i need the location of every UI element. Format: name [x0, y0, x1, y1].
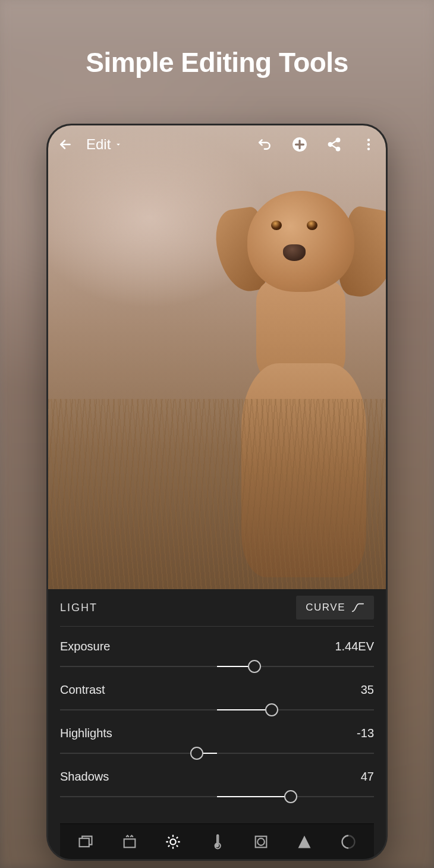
svg-point-5 [367, 143, 370, 146]
slider-track[interactable] [60, 790, 374, 804]
presets-tool[interactable] [73, 829, 99, 855]
sliders-list: Exposure1.44EVContrast35Highlights-13Sha… [60, 627, 374, 807]
undo-button[interactable] [256, 136, 274, 153]
slider-value: 35 [361, 683, 374, 697]
slider-contrast: Contrast35 [60, 677, 374, 721]
effects-tool[interactable] [248, 829, 274, 855]
svg-point-12 [257, 838, 265, 845]
slider-label: Shadows [60, 770, 109, 784]
slider-value: 1.44EV [335, 640, 374, 653]
panel-title: LIGHT [60, 602, 98, 614]
presets-icon [77, 834, 94, 850]
slider-exposure: Exposure1.44EV [60, 634, 374, 677]
slider-label: Exposure [60, 640, 111, 653]
light-panel: LIGHT CURVE Exposure1.44EVContrast35High… [48, 589, 386, 859]
detail-icon [296, 834, 313, 850]
more-button[interactable] [360, 136, 378, 153]
slider-thumb[interactable] [265, 703, 278, 716]
detail-tool[interactable] [291, 829, 317, 855]
svg-point-4 [367, 139, 370, 141]
light-tool[interactable] [160, 829, 186, 855]
phone-frame: Edit [46, 124, 388, 861]
share-button[interactable] [325, 136, 343, 153]
photo-preview[interactable] [48, 125, 386, 589]
optics-icon [340, 834, 357, 850]
slider-thumb[interactable] [284, 790, 297, 803]
optics-tool[interactable] [335, 829, 361, 855]
svg-point-10 [216, 844, 219, 847]
slider-shadows: Shadows47 [60, 764, 374, 807]
slider-value: -13 [357, 727, 374, 740]
healing-tool[interactable] [117, 829, 143, 855]
mode-label: Edit [86, 136, 111, 153]
slider-label: Contrast [60, 683, 105, 697]
editor-topbar: Edit [48, 125, 386, 163]
light-icon [165, 834, 181, 850]
bottom-toolbar [60, 823, 374, 859]
healing-icon [121, 834, 138, 850]
slider-label: Highlights [60, 727, 112, 740]
slider-thumb[interactable] [248, 660, 261, 673]
slider-highlights: Highlights-13 [60, 721, 374, 764]
svg-rect-8 [124, 839, 135, 847]
back-button[interactable] [56, 136, 74, 153]
svg-rect-7 [79, 838, 89, 847]
color-temp-icon [209, 834, 225, 850]
curve-label: CURVE [306, 602, 345, 614]
svg-point-9 [171, 839, 176, 844]
curve-button[interactable]: CURVE [296, 596, 374, 619]
slider-track[interactable] [60, 703, 374, 717]
mode-dropdown[interactable]: Edit [86, 136, 122, 153]
color-temp-tool[interactable] [204, 829, 230, 855]
svg-point-6 [367, 147, 370, 150]
caret-down-icon [114, 140, 122, 149]
curve-icon [351, 602, 364, 614]
slider-thumb[interactable] [190, 747, 203, 760]
add-button[interactable] [291, 136, 309, 153]
slider-track[interactable] [60, 746, 374, 760]
foreground-grass [48, 399, 386, 589]
slider-track[interactable] [60, 659, 374, 674]
effects-icon [253, 834, 269, 850]
headline: Simple Editing Tools [0, 46, 434, 78]
slider-value: 47 [361, 770, 374, 784]
